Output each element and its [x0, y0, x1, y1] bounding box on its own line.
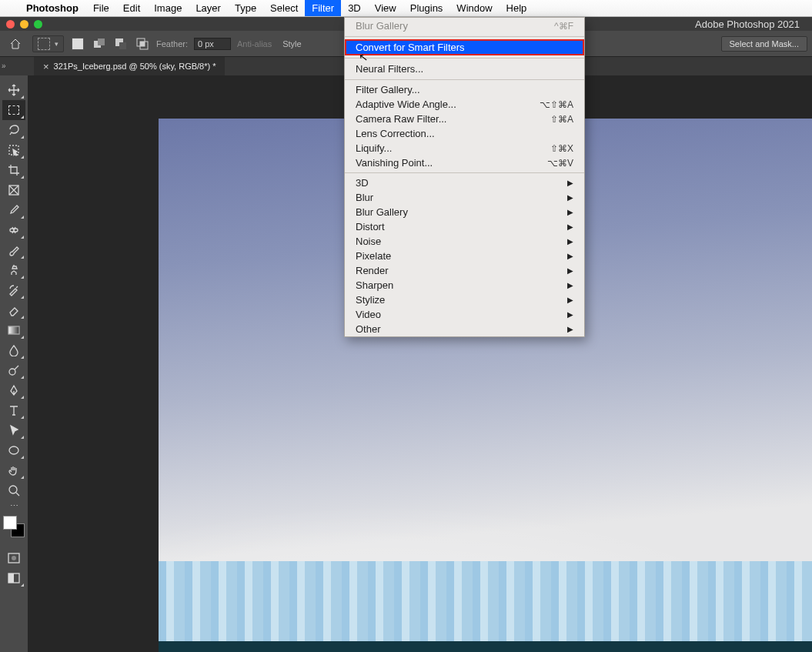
filter-sub-distort[interactable]: Distort▶	[345, 219, 584, 234]
filter-sub-sharpen[interactable]: Sharpen▶	[345, 278, 584, 293]
minimize-window-icon[interactable]	[20, 20, 28, 28]
menu-item-label: Noise	[356, 236, 381, 247]
menu-view[interactable]: View	[368, 0, 403, 16]
image-water	[159, 641, 812, 652]
tool-hand[interactable]	[2, 460, 25, 480]
menu-item-label: 3D	[356, 177, 369, 189]
filter-sub-noise[interactable]: Noise▶	[345, 234, 584, 249]
svg-rect-1	[98, 38, 105, 45]
window-title: Adobe Photoshop 2021	[695, 18, 812, 30]
filter-sub-video[interactable]: Video▶	[345, 307, 584, 322]
menu-shortcut: ⇧⌘A	[550, 114, 573, 125]
menu-window[interactable]: Window	[449, 0, 499, 16]
document-tab[interactable]: × 321Ps_Iceberg.psd @ 50% (sky, RGB/8*) …	[34, 57, 225, 75]
image-iceberg	[159, 561, 812, 652]
tool-lasso[interactable]	[2, 120, 25, 140]
tool-more[interactable]: ⋯	[2, 500, 25, 511]
menu-separator	[345, 172, 584, 173]
mac-menubar: Photoshop File Edit Image Layer Type Sel…	[0, 0, 812, 17]
selection-subtract-icon[interactable]	[113, 36, 129, 52]
tool-gradient[interactable]	[2, 320, 25, 340]
filter-sub-stylize[interactable]: Stylize▶	[345, 293, 584, 307]
tool-zoom[interactable]	[2, 480, 25, 500]
menu-item-label: Other	[356, 323, 381, 335]
quickmask-icon[interactable]	[2, 548, 25, 568]
filter-sub-blurgallery[interactable]: Blur Gallery▶	[345, 205, 584, 219]
submenu-arrow-icon: ▶	[567, 222, 573, 231]
menu-3d[interactable]: 3D	[341, 0, 368, 16]
selection-new-icon[interactable]	[70, 36, 85, 52]
filter-sub-pixelate[interactable]: Pixelate▶	[345, 249, 584, 263]
filter-neural-label: Neural Filters...	[356, 63, 423, 75]
menu-filter[interactable]: Filter	[305, 0, 341, 16]
menu-file[interactable]: File	[86, 0, 116, 16]
tool-healing[interactable]	[2, 220, 25, 240]
menu-image[interactable]: Image	[147, 0, 189, 16]
menu-item-label: Blur	[356, 192, 373, 203]
close-tab-icon[interactable]: ×	[43, 61, 49, 72]
tool-marquee[interactable]	[2, 100, 25, 120]
menu-item-label: Pixelate	[356, 250, 391, 262]
submenu-arrow-icon: ▶	[567, 193, 573, 202]
marquee-rect-icon[interactable]	[38, 38, 50, 50]
chevron-down-icon[interactable]: ▾	[55, 40, 58, 48]
menu-item-label: Camera Raw Filter...	[356, 113, 446, 125]
menu-select[interactable]: Select	[263, 0, 305, 16]
menu-separator	[345, 58, 584, 59]
svg-rect-17	[8, 573, 14, 583]
menu-help[interactable]: Help	[500, 0, 534, 16]
filter-last-label: Blur Gallery	[356, 20, 408, 32]
filter-sub-blur[interactable]: Blur▶	[345, 190, 584, 205]
filter-convert-label: Convert for Smart Filters	[356, 42, 465, 53]
color-swatches[interactable]	[3, 516, 25, 537]
filter-camera-raw[interactable]: Camera Raw Filter...⇧⌘A	[345, 112, 584, 126]
filter-lens-correction[interactable]: Lens Correction...	[345, 126, 584, 141]
filter-sub-3d[interactable]: 3D▶	[345, 176, 584, 190]
submenu-arrow-icon: ▶	[567, 310, 573, 319]
menu-item-label: Distort	[356, 221, 385, 232]
tool-dodge[interactable]	[2, 360, 25, 380]
tool-move[interactable]	[2, 80, 25, 100]
menu-type[interactable]: Type	[228, 0, 263, 16]
filter-convert-smart[interactable]: Convert for Smart Filters	[345, 39, 584, 55]
menu-plugins[interactable]: Plugins	[403, 0, 450, 16]
menu-edit[interactable]: Edit	[116, 0, 147, 16]
tool-crop[interactable]	[2, 160, 25, 180]
filter-last[interactable]: Blur Gallery ^⌘F	[345, 18, 584, 34]
filter-sub-render[interactable]: Render▶	[345, 263, 584, 278]
app-name[interactable]: Photoshop	[18, 2, 86, 14]
tool-frame[interactable]	[2, 180, 25, 200]
zoom-window-icon[interactable]	[34, 20, 42, 28]
home-icon[interactable]	[5, 35, 26, 53]
filter-vanishing-point[interactable]: Vanishing Point...⌥⌘V	[345, 155, 584, 170]
tool-eraser[interactable]	[2, 300, 25, 320]
filter-neural[interactable]: Neural Filters...	[345, 61, 584, 77]
style-label[interactable]: Style	[282, 39, 301, 48]
tool-blur[interactable]	[2, 340, 25, 360]
tool-clone[interactable]	[2, 260, 25, 280]
menu-shortcut: ⇧⌘X	[550, 143, 573, 154]
tool-history-brush[interactable]	[2, 280, 25, 300]
tool-shape[interactable]	[2, 440, 25, 460]
tool-path-select[interactable]	[2, 420, 25, 440]
submenu-arrow-icon: ▶	[567, 281, 573, 289]
screenmode-icon[interactable]	[2, 568, 25, 588]
tool-object-select[interactable]	[2, 140, 25, 160]
marquee-mode-group[interactable]: ▾	[32, 35, 64, 52]
panel-toggle-icon[interactable]: »	[2, 62, 6, 70]
filter-adaptive-wide[interactable]: Adaptive Wide Angle...⌥⇧⌘A	[345, 97, 584, 112]
menu-layer[interactable]: Layer	[189, 0, 228, 16]
selection-intersect-icon[interactable]	[135, 36, 150, 52]
tool-brush[interactable]	[2, 240, 25, 260]
filter-gallery[interactable]: Filter Gallery...	[345, 82, 584, 97]
close-window-icon[interactable]	[6, 20, 15, 28]
select-and-mask-button[interactable]: Select and Mask...	[721, 36, 808, 52]
tool-pen[interactable]	[2, 380, 25, 400]
tool-eyedropper[interactable]	[2, 200, 25, 220]
feather-input[interactable]	[194, 38, 231, 50]
filter-liquify[interactable]: Liquify...⇧⌘X	[345, 141, 584, 155]
tool-type[interactable]	[2, 400, 25, 420]
filter-menu-dropdown: Blur Gallery ^⌘F Convert for Smart Filte…	[344, 17, 585, 337]
filter-sub-other[interactable]: Other▶	[345, 322, 584, 336]
selection-add-icon[interactable]	[92, 36, 107, 52]
